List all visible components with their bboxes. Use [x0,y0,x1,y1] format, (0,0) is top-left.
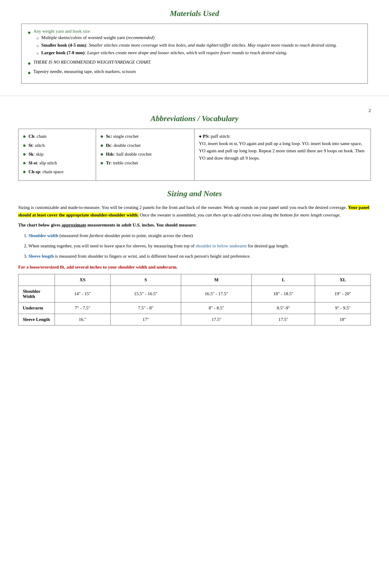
abbrev-text: St: stitch [28,142,45,149]
col-header-label [18,274,55,286]
abbrev-col1-list: ●Ch: chain ●St: stitch ●Sk: skip ●Sl-st:… [23,133,91,176]
abbrev-item: ●Hdc: half double crochet [100,150,190,158]
row-m: 16.5" - 17.5" [181,286,252,302]
bullet: ● [23,133,26,140]
bullet: ● [23,150,26,158]
abbrev-col1: ●Ch: chain ●St: stitch ●Sk: skip ●Sl-st:… [18,129,96,181]
sizing-paragraph1: Sizing is customizable and made-to-measu… [18,204,371,219]
sizing-bold-para: The chart below gives approximate measur… [18,223,371,228]
bullet: ● [100,159,104,167]
materials-box: ● Any weight yarn and hook size ○ Multip… [21,24,368,84]
abbrev-item: ●Ch: chain [23,133,91,140]
sizing-title: Sizing and Notes [18,189,371,198]
sizing-table: XS S M L XL Shoulder Width 14" - 15" 15.… [18,274,371,325]
abbrev-item: ●Dc: double crochet [100,142,190,149]
red-note: For a loose/oversized fit, add several i… [18,265,371,270]
abbrev-text: Ch: chain [28,133,47,140]
row-xs: 16." [55,314,111,325]
item1-label: Any weight yarn and hook size [33,29,90,34]
sub2-text: Smaller hook (4-5 mm): Smaller stitches … [41,43,337,48]
abbrev-text: Hdc: half double crochet [106,150,151,158]
item2-text: THERE IS NO RECOMMENDED WEIGHT/YARDAGE C… [33,60,151,64]
sub-list-item: ○ Multiple skeins/colors of worsted weig… [36,35,361,41]
bullet: ● [23,142,26,149]
list-item: Sleeve length is measured from shoulder … [28,253,371,260]
shoulder-width-label: Shoulder width [28,233,58,238]
sizing-numbered-list: Shoulder width (measured from farthest s… [18,232,371,260]
abbrev-text: Sk: skip [28,150,44,158]
abbrev-title: Abbreviations / Vocabulary [18,114,371,123]
circle-bullet: ○ [36,43,39,49]
materials-list: ● Any weight yarn and hook size ○ Multip… [28,29,361,77]
abbrev-text: Ch-sp: chain space [28,168,64,175]
abbrev-item: ●Sl-st: slip stitch [23,159,91,167]
row-label: Shoulder Width [18,286,55,302]
row-xs: 14" - 15" [55,286,111,302]
abbrev-col2-list: ●Sc: single crochet ●Dc: double crochet … [100,133,190,167]
bullet-icon: ● [28,69,31,77]
col-header-s: S [110,274,181,286]
col-header-xs: XS [55,274,111,286]
sub3-text: Larger hook (7-8 mm): Larger stitches cr… [41,50,287,55]
abbrev-item: ●St: stitch [23,142,91,149]
abbrev-text: Tr: treble crochet [106,159,138,167]
list-item: Shoulder width (measured from farthest s… [28,232,371,239]
abbrev-item: ●Ch-sp: chain space [23,168,91,176]
page-1: Materials Used ● Any weight yarn and hoo… [0,0,389,96]
page-2: 2 Abbreviations / Vocabulary ●Ch: chain … [0,96,389,343]
table-row: Sleeve Length 16." 17" 17.5" 17.5" 18" [18,314,371,325]
abbrev-item: ●Sk: skip [23,150,91,158]
row-label: Sleeve Length [18,314,55,325]
row-l: 8.5"-9" [252,302,315,314]
list-item: ● Any weight yarn and hook size ○ Multip… [28,29,361,58]
abbrev-col2: ●Sc: single crochet ●Dc: double crochet … [96,129,194,181]
ps-label: ● PS: puff stitch: [199,134,230,139]
list-item: ● Tapestry needle, measuring tape, stitc… [28,69,361,77]
bullet-icon: ● [28,29,31,36]
abbrev-text: Sl-st: slip stitch [28,159,57,167]
row-xl: 9" - 9.5" [315,302,371,314]
sizing-section: Sizing and Notes Sizing is customizable … [18,189,371,325]
abbrev-text: Sc: single crochet [106,133,138,140]
list-item: When seaming together, you will need to … [28,242,371,249]
sizing-table-head: XS S M L XL [18,274,371,286]
col-header-l: L [252,274,315,286]
abbrev-item: ●Sc: single crochet [100,133,190,140]
row-label: Underarm [18,302,55,314]
col-header-m: M [181,274,252,286]
abbrev-table: ●Ch: chain ●St: stitch ●Sk: skip ●Sl-st:… [18,129,371,181]
row-m: 8" - 8.5" [181,302,252,314]
ps-description: YO, insert hook in st, YO again and pull… [199,141,364,160]
abbreviations-section: Abbreviations / Vocabulary ●Ch: chain ●S… [18,114,371,181]
shoulder-underarm-label: shoulder to below underarm [196,243,247,248]
abbrev-col3: ● PS: puff stitch: YO, insert hook in st… [194,129,371,181]
circle-bullet: ○ [36,50,39,57]
list-item: ● THERE IS NO RECOMMENDED WEIGHT/YARDAGE… [28,60,361,67]
col-header-xl: XL [315,274,371,286]
sizing-table-body: Shoulder Width 14" - 15" 15.5" - 16.5" 1… [18,286,371,325]
row-s: 7.5" - 8" [110,302,181,314]
bullet: ● [100,142,104,149]
row-m: 17.5" [181,314,252,325]
sub-list: ○ Multiple skeins/colors of worsted weig… [33,35,361,57]
row-l: 18" - 18.5" [252,286,315,302]
sub-list-item: ○ Larger hook (7-8 mm): Larger stitches … [36,50,361,57]
row-l: 17.5" [252,314,315,325]
item3-text: Tapestry needle, measuring tape, stitch … [33,69,136,74]
circle-bullet: ○ [36,35,39,41]
materials-title: Materials Used [18,9,371,18]
sleeve-length-label: Sleeve length [28,254,54,259]
row-xl: 19" - 20" [315,286,371,302]
row-xs: 7" - 7.5" [55,302,111,314]
row-xl: 18" [315,314,371,325]
abbrev-row: ●Ch: chain ●St: stitch ●Sk: skip ●Sl-st:… [18,129,371,181]
table-row: Underarm 7" - 7.5" 7.5" - 8" 8" - 8.5" 8… [18,302,371,314]
bullet: ● [100,150,104,158]
page-number: 2 [369,108,371,113]
bullet: ● [23,168,26,176]
table-row: Shoulder Width 14" - 15" 15.5" - 16.5" 1… [18,286,371,302]
row-s: 15.5" - 16.5" [110,286,181,302]
sub-list-item: ○ Smaller hook (4-5 mm): Smaller stitche… [36,43,361,49]
abbrev-text: Dc: double crochet [106,142,141,149]
bullet: ● [100,133,104,140]
